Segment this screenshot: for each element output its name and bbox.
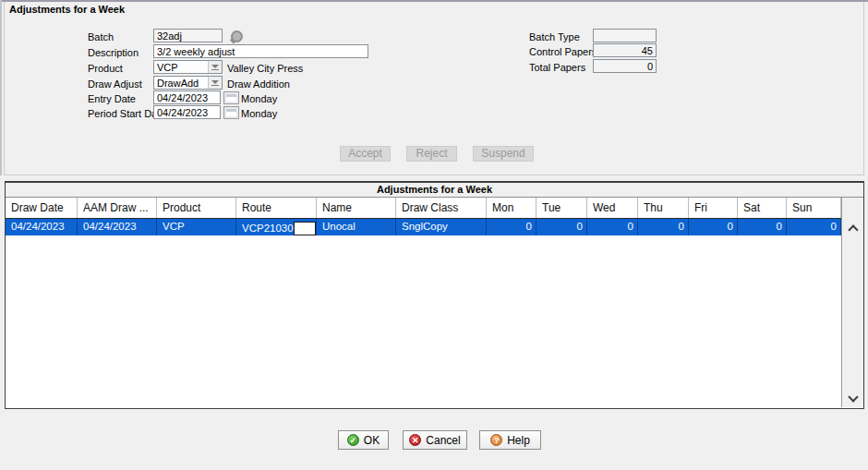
route-edit-box[interactable] bbox=[294, 222, 316, 235]
entry-date-label: Entry Date bbox=[88, 93, 136, 104]
column-header-mon[interactable]: Mon bbox=[487, 198, 536, 218]
grid-title: Adjustments for a Week bbox=[6, 183, 863, 198]
cell-draw-class: SnglCopy bbox=[396, 219, 487, 235]
entry-date-input[interactable] bbox=[153, 90, 221, 104]
cell-product: VCP bbox=[157, 219, 236, 235]
cell-sun: 0 bbox=[787, 219, 841, 235]
control-papers-input[interactable] bbox=[593, 43, 657, 57]
product-value: VCP bbox=[157, 62, 178, 73]
cell-wed: 0 bbox=[587, 219, 638, 235]
cell-name: Unocal bbox=[317, 219, 396, 235]
cancel-button[interactable]: ✕ Cancel bbox=[403, 430, 467, 450]
column-header-sun[interactable]: Sun bbox=[787, 198, 841, 218]
ok-button[interactable]: ✓ OK bbox=[338, 430, 389, 450]
column-header-wed[interactable]: Wed bbox=[587, 198, 638, 218]
control-papers-label: Control Papers bbox=[529, 46, 597, 57]
table-row-selected[interactable]: 04/24/2023 04/24/2023 VCP VCP21030 Unoca… bbox=[6, 219, 841, 235]
period-start-date-weekday: Monday bbox=[241, 108, 277, 119]
accept-button[interactable]: Accept bbox=[340, 146, 391, 162]
suspend-button[interactable]: Suspend bbox=[473, 146, 534, 162]
product-dropdown[interactable]: VCP bbox=[153, 60, 223, 74]
column-header-product[interactable]: Product bbox=[157, 198, 236, 218]
batch-type-label: Batch Type bbox=[529, 31, 580, 42]
batch-label: Batch bbox=[88, 31, 114, 42]
cell-tue: 0 bbox=[536, 219, 587, 235]
column-header-name[interactable]: Name bbox=[317, 198, 396, 218]
column-header-sat[interactable]: Sat bbox=[738, 198, 787, 218]
chevron-down-icon[interactable] bbox=[208, 77, 222, 89]
cancel-button-label: Cancel bbox=[426, 434, 460, 447]
calendar-icon[interactable] bbox=[223, 91, 239, 104]
ok-check-icon: ✓ bbox=[347, 434, 359, 446]
cell-mon: 0 bbox=[487, 219, 536, 235]
column-header-draw-class[interactable]: Draw Class bbox=[396, 198, 487, 218]
scroll-up-icon[interactable] bbox=[848, 224, 858, 235]
chevron-down-icon[interactable] bbox=[208, 61, 222, 73]
column-header-aam-draw[interactable]: AAM Draw ... bbox=[78, 198, 157, 218]
help-question-icon: ? bbox=[490, 434, 502, 446]
draw-adjust-dropdown[interactable]: DrawAdd bbox=[153, 76, 223, 90]
grid-empty-area bbox=[6, 235, 841, 407]
cell-fri: 0 bbox=[689, 219, 738, 235]
cell-route: VCP21030 bbox=[236, 219, 317, 235]
cell-thu: 0 bbox=[638, 219, 689, 235]
help-button-label: Help bbox=[507, 434, 530, 447]
column-header-tue[interactable]: Tue bbox=[536, 198, 587, 218]
scroll-down-icon[interactable] bbox=[848, 392, 858, 402]
product-display-text: Valley City Press bbox=[227, 63, 303, 74]
vertical-scrollbar[interactable] bbox=[841, 198, 863, 407]
draw-adjust-value: DrawAdd bbox=[157, 78, 199, 89]
entry-date-weekday: Monday bbox=[241, 93, 277, 104]
total-papers-label: Total Papers bbox=[529, 62, 585, 73]
cell-sat: 0 bbox=[738, 219, 787, 235]
description-input[interactable] bbox=[153, 44, 368, 58]
cancel-x-icon: ✕ bbox=[409, 434, 421, 446]
batch-input[interactable] bbox=[153, 29, 223, 42]
column-header-fri[interactable]: Fri bbox=[689, 198, 738, 218]
column-header-draw-date[interactable]: Draw Date bbox=[6, 198, 78, 218]
cell-draw-date: 04/24/2023 bbox=[6, 219, 78, 235]
batch-type-input[interactable] bbox=[593, 29, 657, 42]
window-left-edge bbox=[0, 0, 2, 175]
period-start-date-input[interactable] bbox=[153, 105, 221, 119]
grid-header-row: Draw Date AAM Draw ... Product Route Nam… bbox=[6, 198, 841, 219]
calendar-icon[interactable] bbox=[223, 106, 239, 119]
page-title: Adjustments for a Week bbox=[9, 4, 125, 15]
cell-aam-draw-date: 04/24/2023 bbox=[78, 219, 157, 235]
column-header-route[interactable]: Route bbox=[236, 198, 317, 218]
help-button[interactable]: ? Help bbox=[479, 430, 541, 450]
adjustments-for-week-window: Adjustments for a Week Batch Description… bbox=[0, 0, 868, 470]
adjustments-grid: Adjustments for a Week Draw Date AAM Dra… bbox=[5, 181, 864, 409]
reject-button[interactable]: Reject bbox=[406, 146, 457, 162]
description-label: Description bbox=[88, 47, 139, 58]
draw-adjust-display-text: Draw Addition bbox=[227, 78, 290, 90]
route-value: VCP21030 bbox=[242, 223, 294, 234]
total-papers-input[interactable] bbox=[593, 59, 657, 73]
column-header-thu[interactable]: Thu bbox=[638, 198, 689, 218]
lookup-icon[interactable] bbox=[230, 30, 243, 43]
ok-button-label: OK bbox=[364, 434, 380, 447]
product-label: Product bbox=[88, 63, 123, 74]
draw-adjust-label: Draw Adjust bbox=[88, 78, 142, 90]
